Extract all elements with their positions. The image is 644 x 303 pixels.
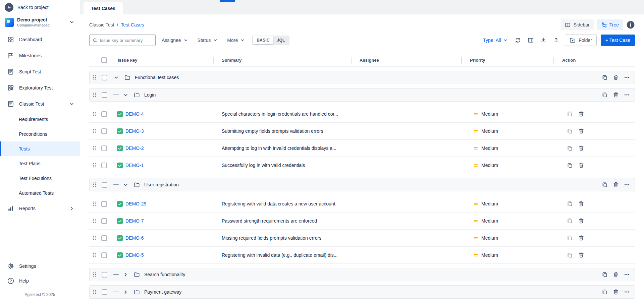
sidebar-item-reports[interactable]: Reports	[0, 200, 80, 217]
columns-button[interactable]	[525, 35, 536, 46]
status-filter-dropdown[interactable]: Status	[194, 35, 221, 45]
search-input[interactable]	[100, 38, 152, 43]
drag-handle[interactable]	[91, 252, 97, 258]
row-checkbox[interactable]	[102, 75, 107, 80]
issue-key-link[interactable]: DEMO-3	[125, 128, 144, 134]
sidebar-item-test-executions[interactable]: Test Executions	[0, 171, 80, 186]
sidebar-item-help[interactable]: ? Help	[0, 274, 80, 288]
tab-test-cases[interactable]: Test Cases	[84, 2, 123, 14]
drag-handle[interactable]	[91, 218, 97, 224]
issue-key-link[interactable]: DEMO-5	[125, 252, 144, 258]
breadcrumb-parent[interactable]: Classic Test	[89, 22, 114, 27]
clone-test-button[interactable]	[567, 162, 573, 168]
folder-more-actions-button[interactable]	[624, 271, 630, 278]
delete-test-button[interactable]	[578, 201, 584, 207]
tree-view-button[interactable]: Tree	[597, 19, 623, 30]
copy-folder-button[interactable]	[602, 74, 608, 80]
copy-folder-button[interactable]	[602, 289, 608, 295]
sidebar-item-test-plans[interactable]: Test Plans	[0, 156, 80, 171]
delete-folder-button[interactable]	[613, 182, 619, 188]
row-checkbox[interactable]	[101, 201, 107, 207]
row-checkbox[interactable]	[101, 252, 107, 258]
delete-test-button[interactable]	[578, 111, 584, 117]
delete-test-button[interactable]	[578, 162, 584, 168]
clone-test-button[interactable]	[567, 218, 573, 224]
sidebar-item-classic-test[interactable]: Classic Test	[0, 96, 80, 112]
drag-handle[interactable]	[92, 271, 98, 278]
back-to-project-button[interactable]: Back to project	[0, 0, 80, 14]
delete-test-button[interactable]	[578, 145, 584, 151]
drag-handle[interactable]	[91, 128, 97, 134]
delete-folder-button[interactable]	[613, 289, 619, 295]
clone-test-button[interactable]	[567, 145, 573, 151]
breadcrumb-current[interactable]: Test Cases	[121, 22, 144, 27]
sidebar-item-preconditions[interactable]: Preconditions	[0, 127, 80, 141]
clone-test-button[interactable]	[567, 235, 573, 241]
drag-handle[interactable]	[92, 182, 98, 188]
clone-test-button[interactable]	[567, 111, 573, 117]
sidebar-item-requirements[interactable]: Requirements	[0, 112, 80, 127]
more-filter-dropdown[interactable]: More	[224, 35, 248, 45]
sidebar-item-automated-tests[interactable]: Automated Tests	[0, 186, 80, 200]
select-all-checkbox[interactable]	[101, 57, 107, 63]
test-case-row[interactable]: DEMO-4 Special characters in login crede…	[89, 106, 635, 123]
delete-test-button[interactable]	[578, 235, 584, 241]
test-case-row[interactable]: DEMO-5 Registering with invalid data (e.…	[89, 247, 635, 264]
issue-key-link[interactable]: DEMO-6	[125, 235, 144, 241]
row-checkbox[interactable]	[101, 235, 107, 241]
new-folder-button[interactable]: Folder	[565, 35, 597, 46]
drag-handle[interactable]	[91, 111, 97, 117]
issue-key-link[interactable]: DEMO-29	[125, 201, 146, 206]
project-switcher[interactable]: Demo project Company-managed	[0, 14, 80, 32]
row-checkbox[interactable]	[101, 128, 107, 134]
sidebar-toggle-button[interactable]: Sidebar	[561, 19, 593, 30]
drag-handle[interactable]	[92, 289, 98, 295]
basic-mode-button[interactable]: BASIC	[253, 36, 273, 44]
drag-handle[interactable]	[91, 235, 97, 241]
delete-test-button[interactable]	[578, 252, 584, 258]
folder-more-actions-button[interactable]	[624, 74, 630, 80]
row-checkbox[interactable]	[101, 218, 107, 224]
folder-expand-toggle[interactable]	[113, 75, 119, 80]
row-checkbox[interactable]	[102, 182, 107, 188]
type-filter-dropdown[interactable]: Type: All	[480, 36, 511, 45]
create-test-case-button[interactable]: + Test Case	[601, 35, 635, 46]
clone-test-button[interactable]	[567, 252, 573, 258]
row-checkbox[interactable]	[101, 145, 107, 151]
folder-row[interactable]: Login	[89, 88, 635, 102]
refresh-button[interactable]	[513, 35, 523, 46]
delete-folder-button[interactable]	[613, 271, 619, 278]
copy-folder-button[interactable]	[602, 92, 608, 98]
folder-row[interactable]: Search functionality	[89, 268, 635, 281]
clone-test-button[interactable]	[567, 201, 573, 207]
folder-row[interactable]: User registration	[89, 178, 635, 191]
test-case-row[interactable]: DEMO-2 Attempting to log in with invalid…	[89, 140, 635, 157]
sidebar-item-script-test[interactable]: Script Test	[0, 64, 80, 80]
delete-test-button[interactable]	[578, 218, 584, 224]
row-checkbox[interactable]	[101, 111, 107, 117]
row-checkbox[interactable]	[102, 289, 107, 295]
row-checkbox[interactable]	[101, 163, 107, 168]
folder-expand-toggle[interactable]	[123, 272, 128, 278]
folder-row[interactable]: Functional test cases	[89, 71, 635, 84]
test-case-row[interactable]: DEMO-6 Missing required fields prompts v…	[89, 230, 635, 247]
folder-more-actions-button[interactable]	[624, 289, 630, 295]
copy-folder-button[interactable]	[602, 182, 608, 188]
jql-mode-button[interactable]: JQL	[273, 36, 289, 44]
folder-expand-toggle[interactable]	[123, 289, 128, 295]
export-button[interactable]	[538, 35, 549, 46]
folder-expand-toggle[interactable]	[123, 182, 128, 188]
drag-handle[interactable]	[91, 145, 97, 151]
sidebar-item-dashboard[interactable]: Dashboard	[0, 32, 80, 48]
drag-handle[interactable]	[92, 92, 98, 98]
assignee-filter-dropdown[interactable]: Assignee	[158, 35, 192, 45]
test-case-row[interactable]: DEMO-1 Successfully log in with valid cr…	[89, 157, 635, 174]
import-button[interactable]	[551, 35, 561, 46]
folder-more-actions-button[interactable]	[624, 182, 630, 188]
issue-key-link[interactable]: DEMO-2	[125, 145, 144, 151]
test-case-row[interactable]: DEMO-3 Submitting empty fields prompts v…	[89, 123, 635, 140]
sidebar-item-settings[interactable]: Settings	[0, 259, 80, 274]
drag-handle[interactable]	[91, 162, 97, 168]
sidebar-item-tests[interactable]: Tests	[0, 141, 80, 156]
folder-expand-toggle[interactable]	[123, 92, 128, 98]
